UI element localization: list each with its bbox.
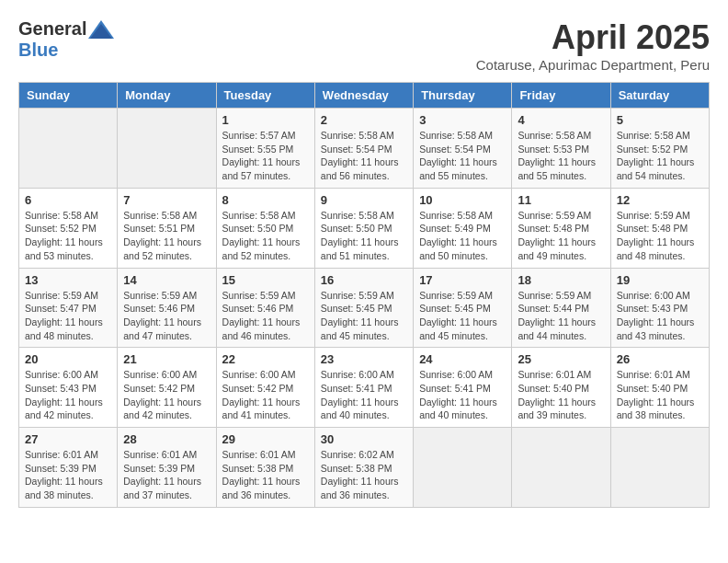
calendar-week-row: 1Sunrise: 5:57 AM Sunset: 5:55 PM Daylig… bbox=[19, 109, 710, 189]
logo: General Blue bbox=[18, 18, 114, 61]
calendar-cell: 28Sunrise: 6:01 AM Sunset: 5:39 PM Dayli… bbox=[118, 428, 216, 508]
calendar-cell: 20Sunrise: 6:00 AM Sunset: 5:43 PM Dayli… bbox=[19, 348, 118, 428]
day-number: 8 bbox=[222, 193, 309, 207]
day-number: 30 bbox=[321, 432, 407, 446]
calendar-week-row: 13Sunrise: 5:59 AM Sunset: 5:47 PM Dayli… bbox=[19, 268, 710, 348]
day-info: Sunrise: 5:59 AM Sunset: 5:45 PM Dayligh… bbox=[321, 289, 407, 343]
day-info: Sunrise: 6:00 AM Sunset: 5:42 PM Dayligh… bbox=[123, 368, 210, 422]
title-block: April 2025 Cotaruse, Apurimac Department… bbox=[476, 18, 710, 73]
day-info: Sunrise: 5:58 AM Sunset: 5:52 PM Dayligh… bbox=[25, 209, 111, 263]
day-info: Sunrise: 6:00 AM Sunset: 5:43 PM Dayligh… bbox=[617, 289, 703, 343]
logo-general-text: General bbox=[18, 18, 86, 40]
calendar-table: SundayMondayTuesdayWednesdayThursdayFrid… bbox=[18, 82, 710, 508]
calendar-cell: 17Sunrise: 5:59 AM Sunset: 5:45 PM Dayli… bbox=[414, 268, 512, 348]
calendar-week-row: 20Sunrise: 6:00 AM Sunset: 5:43 PM Dayli… bbox=[19, 348, 710, 428]
day-number: 7 bbox=[123, 193, 210, 207]
header-friday: Friday bbox=[512, 83, 610, 109]
day-number: 25 bbox=[518, 352, 604, 366]
calendar-cell: 3Sunrise: 5:58 AM Sunset: 5:54 PM Daylig… bbox=[414, 109, 512, 189]
day-info: Sunrise: 5:58 AM Sunset: 5:54 PM Dayligh… bbox=[321, 129, 407, 183]
calendar-cell: 26Sunrise: 6:01 AM Sunset: 5:40 PM Dayli… bbox=[610, 348, 709, 428]
calendar-cell: 8Sunrise: 5:58 AM Sunset: 5:50 PM Daylig… bbox=[216, 188, 314, 268]
logo-blue-text: Blue bbox=[18, 40, 58, 61]
day-number: 16 bbox=[321, 273, 407, 287]
calendar-cell: 15Sunrise: 5:59 AM Sunset: 5:46 PM Dayli… bbox=[216, 268, 314, 348]
day-info: Sunrise: 5:59 AM Sunset: 5:48 PM Dayligh… bbox=[617, 209, 703, 263]
day-number: 22 bbox=[222, 352, 309, 366]
svg-marker-1 bbox=[90, 24, 112, 39]
day-number: 13 bbox=[25, 273, 111, 287]
day-number: 26 bbox=[617, 352, 703, 366]
calendar-cell: 19Sunrise: 6:00 AM Sunset: 5:43 PM Dayli… bbox=[610, 268, 709, 348]
calendar-cell: 24Sunrise: 6:00 AM Sunset: 5:41 PM Dayli… bbox=[414, 348, 512, 428]
calendar-week-row: 27Sunrise: 6:01 AM Sunset: 5:39 PM Dayli… bbox=[19, 428, 710, 508]
day-number: 15 bbox=[222, 273, 309, 287]
day-number: 21 bbox=[123, 352, 210, 366]
calendar-header-row: SundayMondayTuesdayWednesdayThursdayFrid… bbox=[19, 83, 710, 109]
calendar-cell: 18Sunrise: 5:59 AM Sunset: 5:44 PM Dayli… bbox=[512, 268, 610, 348]
day-info: Sunrise: 6:01 AM Sunset: 5:39 PM Dayligh… bbox=[25, 448, 111, 502]
header-wednesday: Wednesday bbox=[314, 83, 413, 109]
calendar-cell: 16Sunrise: 5:59 AM Sunset: 5:45 PM Dayli… bbox=[314, 268, 413, 348]
calendar-cell: 25Sunrise: 6:01 AM Sunset: 5:40 PM Dayli… bbox=[512, 348, 610, 428]
calendar-cell: 1Sunrise: 5:57 AM Sunset: 5:55 PM Daylig… bbox=[216, 109, 314, 189]
calendar-cell: 10Sunrise: 5:58 AM Sunset: 5:49 PM Dayli… bbox=[414, 188, 512, 268]
day-info: Sunrise: 6:02 AM Sunset: 5:38 PM Dayligh… bbox=[321, 448, 407, 502]
day-info: Sunrise: 5:58 AM Sunset: 5:54 PM Dayligh… bbox=[419, 129, 506, 183]
header-saturday: Saturday bbox=[610, 83, 709, 109]
day-info: Sunrise: 5:59 AM Sunset: 5:45 PM Dayligh… bbox=[419, 289, 506, 343]
day-info: Sunrise: 5:59 AM Sunset: 5:46 PM Dayligh… bbox=[222, 289, 309, 343]
day-info: Sunrise: 5:58 AM Sunset: 5:51 PM Dayligh… bbox=[123, 209, 210, 263]
calendar-cell bbox=[118, 109, 216, 189]
calendar-cell: 30Sunrise: 6:02 AM Sunset: 5:38 PM Dayli… bbox=[314, 428, 413, 508]
day-number: 5 bbox=[617, 113, 703, 127]
calendar-cell: 11Sunrise: 5:59 AM Sunset: 5:48 PM Dayli… bbox=[512, 188, 610, 268]
day-info: Sunrise: 5:58 AM Sunset: 5:50 PM Dayligh… bbox=[321, 209, 407, 263]
day-number: 18 bbox=[518, 273, 604, 287]
calendar-cell: 14Sunrise: 5:59 AM Sunset: 5:46 PM Dayli… bbox=[118, 268, 216, 348]
day-info: Sunrise: 6:01 AM Sunset: 5:40 PM Dayligh… bbox=[518, 368, 604, 422]
header-tuesday: Tuesday bbox=[216, 83, 314, 109]
day-number: 28 bbox=[123, 432, 210, 446]
day-number: 14 bbox=[123, 273, 210, 287]
calendar-cell: 9Sunrise: 5:58 AM Sunset: 5:50 PM Daylig… bbox=[314, 188, 413, 268]
calendar-cell bbox=[512, 428, 610, 508]
calendar-cell: 12Sunrise: 5:59 AM Sunset: 5:48 PM Dayli… bbox=[610, 188, 709, 268]
calendar-cell: 13Sunrise: 5:59 AM Sunset: 5:47 PM Dayli… bbox=[19, 268, 118, 348]
page-header: General Blue April 2025 Cotaruse, Apurim… bbox=[18, 18, 710, 73]
day-info: Sunrise: 5:58 AM Sunset: 5:50 PM Dayligh… bbox=[222, 209, 309, 263]
calendar-cell: 6Sunrise: 5:58 AM Sunset: 5:52 PM Daylig… bbox=[19, 188, 118, 268]
calendar-cell bbox=[610, 428, 709, 508]
calendar-cell: 21Sunrise: 6:00 AM Sunset: 5:42 PM Dayli… bbox=[118, 348, 216, 428]
day-info: Sunrise: 5:59 AM Sunset: 5:46 PM Dayligh… bbox=[123, 289, 210, 343]
calendar-cell: 4Sunrise: 5:58 AM Sunset: 5:53 PM Daylig… bbox=[512, 109, 610, 189]
calendar-cell: 22Sunrise: 6:00 AM Sunset: 5:42 PM Dayli… bbox=[216, 348, 314, 428]
day-info: Sunrise: 5:58 AM Sunset: 5:52 PM Dayligh… bbox=[617, 129, 703, 183]
day-info: Sunrise: 6:01 AM Sunset: 5:39 PM Dayligh… bbox=[123, 448, 210, 502]
day-info: Sunrise: 5:58 AM Sunset: 5:49 PM Dayligh… bbox=[419, 209, 506, 263]
calendar-cell: 7Sunrise: 5:58 AM Sunset: 5:51 PM Daylig… bbox=[118, 188, 216, 268]
day-number: 2 bbox=[321, 113, 407, 127]
day-number: 3 bbox=[419, 113, 506, 127]
header-monday: Monday bbox=[118, 83, 216, 109]
calendar-cell: 5Sunrise: 5:58 AM Sunset: 5:52 PM Daylig… bbox=[610, 109, 709, 189]
day-info: Sunrise: 6:00 AM Sunset: 5:43 PM Dayligh… bbox=[25, 368, 111, 422]
day-number: 9 bbox=[321, 193, 407, 207]
day-number: 29 bbox=[222, 432, 309, 446]
calendar-cell bbox=[414, 428, 512, 508]
day-number: 11 bbox=[518, 193, 604, 207]
day-info: Sunrise: 6:00 AM Sunset: 5:42 PM Dayligh… bbox=[222, 368, 309, 422]
day-info: Sunrise: 5:59 AM Sunset: 5:44 PM Dayligh… bbox=[518, 289, 604, 343]
day-info: Sunrise: 6:00 AM Sunset: 5:41 PM Dayligh… bbox=[321, 368, 407, 422]
day-info: Sunrise: 5:59 AM Sunset: 5:47 PM Dayligh… bbox=[25, 289, 111, 343]
calendar-subtitle: Cotaruse, Apurimac Department, Peru bbox=[476, 57, 710, 73]
calendar-cell bbox=[19, 109, 118, 189]
day-number: 23 bbox=[321, 352, 407, 366]
day-number: 20 bbox=[25, 352, 111, 366]
day-number: 12 bbox=[617, 193, 703, 207]
calendar-cell: 2Sunrise: 5:58 AM Sunset: 5:54 PM Daylig… bbox=[314, 109, 413, 189]
calendar-cell: 23Sunrise: 6:00 AM Sunset: 5:41 PM Dayli… bbox=[314, 348, 413, 428]
day-info: Sunrise: 5:58 AM Sunset: 5:53 PM Dayligh… bbox=[518, 129, 604, 183]
day-number: 19 bbox=[617, 273, 703, 287]
calendar-week-row: 6Sunrise: 5:58 AM Sunset: 5:52 PM Daylig… bbox=[19, 188, 710, 268]
